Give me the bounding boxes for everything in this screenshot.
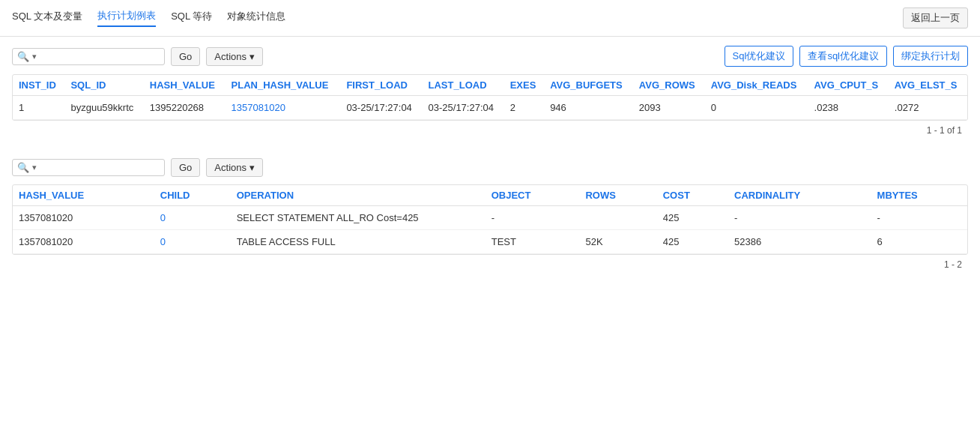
cell2-operation-0: SELECT STATEMENT ALL_RO Cost=425 (231, 206, 486, 230)
section1-search-box[interactable]: 🔍 ▾ (12, 48, 165, 65)
tab-execution-plan[interactable]: 执行计划例表 (97, 9, 156, 27)
col-inst-id: INST_ID (13, 75, 64, 96)
section2-actions-button[interactable]: Actions ▾ (206, 158, 262, 177)
section1-search-input[interactable] (40, 51, 160, 62)
tab-sql-wait[interactable]: SQL 等待 (171, 10, 212, 26)
cell-avg-elst-s: .0272 (889, 96, 967, 120)
section2: 🔍 ▾ Go Actions ▾ HASH_VALUE CHILD OPERAT… (0, 149, 980, 283)
search-dropdown-icon[interactable]: ▾ (32, 52, 37, 61)
tab-object-stats[interactable]: 对象统计信息 (227, 10, 285, 26)
col-plan-hash-value: PLAN_HASH_VALUE (226, 75, 341, 96)
cell2-object-0: - (486, 206, 580, 230)
col2-operation: OPERATION (231, 185, 486, 206)
section2-table-wrapper: HASH_VALUE CHILD OPERATION OBJECT ROWS C… (12, 184, 968, 255)
cell-avg-cput-s: .0238 (808, 96, 889, 120)
view-sql-optimize-button[interactable]: 查看sql优化建议 (799, 46, 887, 67)
col-avg-cput-s: AVG_CPUT_S (808, 75, 889, 96)
cell2-mbytes-0: - (871, 206, 967, 230)
col2-child: CHILD (154, 185, 231, 206)
search-icon: 🔍 (17, 51, 29, 62)
col2-cost: COST (657, 185, 728, 206)
table-row: 1 byzguu59kkrtc 1395220268 1357081020 03… (13, 96, 967, 120)
col2-mbytes: MBYTES (871, 185, 967, 206)
section1: 🔍 ▾ Go Actions ▾ Sql优化建议 查看sql优化建议 绑定执行计… (0, 37, 980, 149)
cell2-object-1: TEST (486, 230, 580, 254)
tabs-bar: SQL 文本及变量 执行计划例表 SQL 等待 对象统计信息 返回上一页 (0, 0, 980, 37)
col-last-load: LAST_LOAD (423, 75, 504, 96)
section1-actions-button[interactable]: Actions ▾ (206, 47, 262, 66)
col2-cardinality: CARDINALITY (728, 185, 871, 206)
cell-plan-hash-value[interactable]: 1357081020 (226, 96, 341, 120)
back-button[interactable]: 返回上一页 (903, 7, 968, 28)
col-exes: EXES (504, 75, 544, 96)
cell-inst-id: 1 (13, 96, 64, 120)
cell-sql-id: byzguu59kkrtc (64, 96, 143, 120)
section1-header-row: INST_ID SQL_ID HASH_VALUE PLAN_HASH_VALU… (13, 75, 967, 96)
cell2-cost-1: 425 (657, 230, 728, 254)
table-row: 1357081020 0 SELECT STATEMENT ALL_RO Cos… (13, 206, 967, 230)
section2-search-input[interactable] (40, 162, 160, 173)
col2-object: OBJECT (486, 185, 580, 206)
section2-pagination: 1 - 2 (12, 255, 968, 274)
cell2-cardinality-1: 52386 (728, 230, 871, 254)
cell-first-load: 03-25/17:27:04 (340, 96, 422, 120)
cell-hash-value: 1395220268 (144, 96, 226, 120)
col-avg-elst-s: AVG_ELST_S (889, 75, 967, 96)
cell2-cardinality-0: - (728, 206, 871, 230)
cell2-rows-1: 52K (579, 230, 656, 254)
section2-toolbar: 🔍 ▾ Go Actions ▾ (12, 158, 968, 177)
cell2-child-0[interactable]: 0 (154, 206, 231, 230)
cell2-operation-1: TABLE ACCESS FULL (231, 230, 486, 254)
cell2-hash-value-0: 1357081020 (13, 206, 154, 230)
cell2-rows-0 (579, 206, 656, 230)
section2-header-row: HASH_VALUE CHILD OPERATION OBJECT ROWS C… (13, 185, 967, 206)
col-hash-value: HASH_VALUE (144, 75, 226, 96)
cell-avg-bufgets: 946 (544, 96, 633, 120)
section2-go-button[interactable]: Go (171, 158, 200, 177)
col2-hash-value: HASH_VALUE (13, 185, 154, 206)
table-row: 1357081020 0 TABLE ACCESS FULL TEST 52K … (13, 230, 967, 254)
search-icon-2: 🔍 (17, 162, 29, 173)
cell-exes: 2 (504, 96, 544, 120)
section1-table-wrapper: INST_ID SQL_ID HASH_VALUE PLAN_HASH_VALU… (12, 74, 968, 121)
section1-table: INST_ID SQL_ID HASH_VALUE PLAN_HASH_VALU… (13, 75, 967, 120)
cell2-mbytes-1: 6 (871, 230, 967, 254)
section2-search-box[interactable]: 🔍 ▾ (12, 159, 165, 176)
col-avg-rows: AVG_ROWS (633, 75, 705, 96)
col2-rows: ROWS (579, 185, 656, 206)
cell-last-load: 03-25/17:27:04 (423, 96, 504, 120)
section1-toolbar: 🔍 ▾ Go Actions ▾ Sql优化建议 查看sql优化建议 绑定执行计… (12, 46, 968, 67)
col-first-load: FIRST_LOAD (340, 75, 422, 96)
cell2-cost-0: 425 (657, 206, 728, 230)
cell2-hash-value-1: 1357081020 (13, 230, 154, 254)
col-sql-id: SQL_ID (64, 75, 143, 96)
section1-pagination: 1 - 1 of 1 (12, 121, 968, 140)
search-dropdown-icon-2[interactable]: ▾ (32, 163, 37, 172)
section2-table: HASH_VALUE CHILD OPERATION OBJECT ROWS C… (13, 185, 967, 254)
col-avg-disk-reads: AVG_Disk_READS (705, 75, 808, 96)
col-avg-bufgets: AVG_BUFGETS (544, 75, 633, 96)
sql-optimize-button[interactable]: Sql优化建议 (725, 46, 794, 67)
tab-sql-text[interactable]: SQL 文本及变量 (12, 10, 82, 26)
section1-go-button[interactable]: Go (171, 47, 200, 66)
cell2-child-1[interactable]: 0 (154, 230, 231, 254)
cell-avg-rows: 2093 (633, 96, 705, 120)
cell-avg-disk-reads: 0 (705, 96, 808, 120)
bind-plan-button[interactable]: 绑定执行计划 (893, 46, 968, 67)
